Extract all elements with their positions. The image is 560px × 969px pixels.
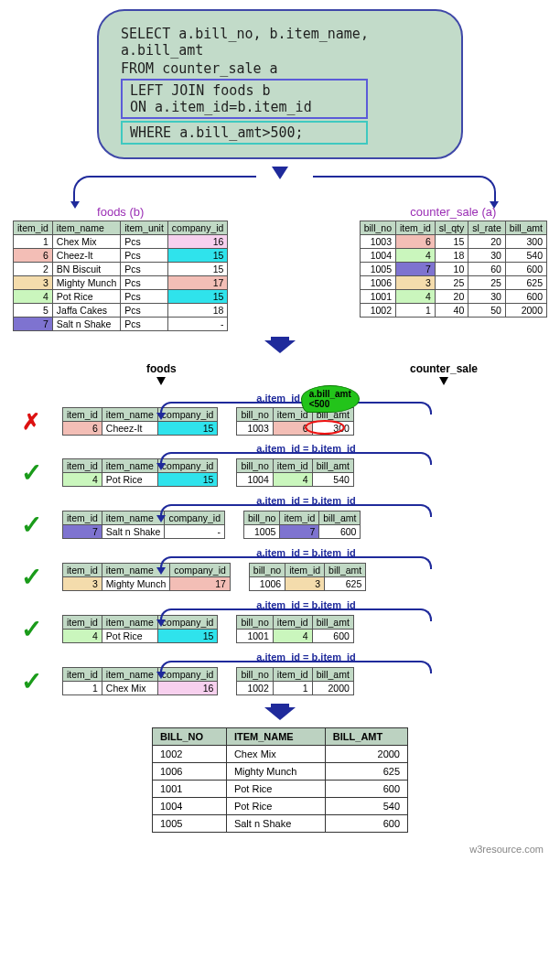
table-row: 4Pot RicePcs15 xyxy=(14,290,228,304)
cell: Cheez-It xyxy=(52,249,120,263)
cell: 1002 xyxy=(360,304,395,318)
sale-mini-table: bill_noitem_idbill_amt10063625 xyxy=(249,563,366,591)
column-header: item_id xyxy=(396,221,436,235)
sql-join2: ON a.item_id=b.item_id xyxy=(130,99,359,115)
column-header: sl_rate xyxy=(468,221,506,235)
join-step-row: a.item_id = b.item_id✗item_iditem_nameco… xyxy=(18,407,542,436)
cell: 1 xyxy=(396,304,436,318)
cell: 1001 xyxy=(237,630,273,643)
cell: 5 xyxy=(14,304,53,318)
cell: 18 xyxy=(435,249,468,263)
table-row: 1002Chex Mix2000 xyxy=(153,746,408,763)
cell: 7 xyxy=(14,318,53,331)
cell: 15 xyxy=(157,473,218,487)
cell: Pot Rice xyxy=(226,781,325,798)
cell: 1006 xyxy=(249,577,285,591)
cell: 16 xyxy=(167,235,228,249)
join-step-row: a.item_id = b.item_id✓item_iditem_nameco… xyxy=(18,666,542,696)
fail-mark: ✗ xyxy=(18,409,44,435)
sale-mini-wrap: bill_noitem_idbill_amt10044540 xyxy=(236,458,353,487)
table-row: 3Mighty Munch17 xyxy=(63,577,231,591)
column-header: item_id xyxy=(63,408,102,422)
table-row: 2BN BiscuitPcs15 xyxy=(14,263,228,276)
cell: 6 xyxy=(14,249,53,263)
cell: 50 xyxy=(468,304,506,318)
cell: 7 xyxy=(396,263,436,276)
cell: Mighty Munch xyxy=(102,577,169,591)
cell: 2000 xyxy=(312,682,353,695)
column-header: bill_amt xyxy=(325,564,366,577)
cell: 15 xyxy=(167,263,228,276)
join-condition-label: a.item_id = b.item_id xyxy=(256,651,356,662)
column-header: item_id xyxy=(63,616,102,630)
table-row: 6Cheez-ItPcs15 xyxy=(14,249,228,263)
sale-mini-table: bill_noitem_idbill_amt100212000 xyxy=(236,667,353,695)
table-row: 7Salt n ShakePcs- xyxy=(14,318,228,331)
sql-join-box: LEFT JOIN foods b ON a.item_id=b.item_id xyxy=(121,79,368,119)
join-condition-label: a.item_id = b.item_id xyxy=(256,599,356,610)
column-header: bill_amt xyxy=(312,616,353,630)
cell: - xyxy=(167,318,228,331)
cell: Salt n Shake xyxy=(52,318,120,331)
cell: 30 xyxy=(468,249,506,263)
table-row: 3Mighty MunchPcs17 xyxy=(14,276,228,290)
cell: 600 xyxy=(325,781,407,798)
column-header: item_id xyxy=(285,564,325,577)
column-header: bill_no xyxy=(244,511,280,525)
table-row: 4Pot Rice15 xyxy=(63,630,218,643)
big-arrow-down-icon xyxy=(264,704,296,720)
cell: Pot Rice xyxy=(102,473,157,487)
cell: Pcs xyxy=(121,263,168,276)
column-header: bill_no xyxy=(360,221,395,235)
cell: Pcs xyxy=(121,249,168,263)
cell: Mighty Munch xyxy=(226,763,325,781)
cell: 1005 xyxy=(244,525,280,539)
cell: 540 xyxy=(312,473,353,487)
cell: 600 xyxy=(312,630,353,643)
counter-sale-table-wrap: counter_sale (a) bill_noitem_idsl_qtysl_… xyxy=(360,205,547,331)
table-row: 5Jaffa CakesPcs18 xyxy=(14,304,228,318)
cross-icon: ✗ xyxy=(22,409,40,434)
table-row: 1004Pot Rice540 xyxy=(153,798,408,815)
table-row: 100571060600 xyxy=(360,263,546,276)
column-header: item_name xyxy=(52,221,120,235)
join-condition-label: a.item_id = b.item_id xyxy=(256,495,356,506)
big-arrow-down-icon xyxy=(264,337,296,353)
cell: 25 xyxy=(435,276,468,290)
cell: 7 xyxy=(280,525,319,539)
join-step-row: a.item_id = b.item_id✓item_iditem_nameco… xyxy=(18,614,542,644)
cell: 2000 xyxy=(325,746,407,763)
check-icon: ✓ xyxy=(21,563,42,591)
column-header: item_id xyxy=(63,668,102,682)
cell: Pot Rice xyxy=(226,798,325,815)
join-steps: a.item_id = b.item_id✗item_iditem_nameco… xyxy=(9,407,551,696)
cell: 1002 xyxy=(153,746,227,763)
sql-query-box: SELECT a.bill_no, b.item_name, a.bill_am… xyxy=(97,9,463,159)
counter-sale-table: bill_noitem_idsl_qtysl_ratebill_amt 1003… xyxy=(360,221,547,318)
cell: 625 xyxy=(505,276,546,290)
join-step-row: a.item_id = b.item_id✓item_iditem_nameco… xyxy=(18,458,542,488)
sale-mini-table: bill_noitem_idbill_amt10044540 xyxy=(236,458,353,487)
table-row: 100361520300 xyxy=(360,235,546,249)
cell: 10 xyxy=(435,263,468,276)
table-row: 10063625 xyxy=(249,577,365,591)
cell: 600 xyxy=(505,263,546,276)
table-row: 4Pot Rice15 xyxy=(63,473,218,487)
cell: 1003 xyxy=(237,422,273,436)
table-row: 6Cheez-It15 xyxy=(63,422,218,436)
column-header: item_id xyxy=(273,616,312,630)
cell: 1 xyxy=(14,235,53,249)
join-condition-label: a.item_id = b.item_id xyxy=(256,547,356,558)
check-icon: ✓ xyxy=(21,511,42,539)
column-header: item_name xyxy=(102,616,157,630)
cell: 1001 xyxy=(153,781,227,798)
cell: Pot Rice xyxy=(102,630,157,643)
column-header: bill_no xyxy=(249,564,285,577)
cell: 1006 xyxy=(360,276,395,290)
check-icon: ✓ xyxy=(21,458,42,487)
cell: 300 xyxy=(312,422,353,436)
cell: 6 xyxy=(63,422,102,436)
cell: 4 xyxy=(63,473,102,487)
cell: 15 xyxy=(435,235,468,249)
filter-badge: a.bill_amt<500 xyxy=(301,385,360,413)
